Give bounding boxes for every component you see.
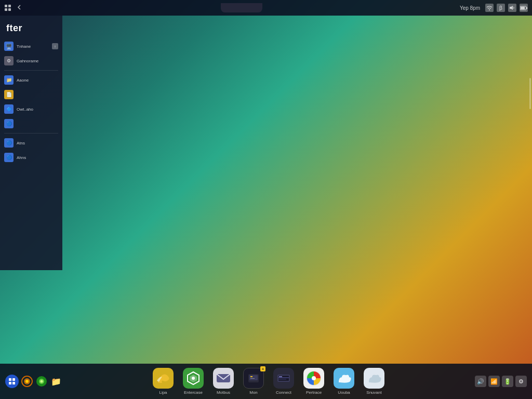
menu-separator-2 [4,133,58,134]
menu-item-3-icon: 📁 [4,75,14,85]
svg-point-4 [489,9,490,10]
svg-rect-2 [5,8,7,11]
dock: 📁 Lipa Entercase Motbus + [0,364,532,399]
svg-rect-11 [9,382,11,384]
taskbar-files-icon[interactable]: 📁 [50,375,62,388]
side-scrollbar-hint [529,78,531,109]
svg-rect-12 [12,382,15,384]
menu-item-1-icon: 🖥️ [4,42,14,51]
svg-rect-0 [5,5,7,7]
menu-item-8[interactable]: 🔵 Ahns [0,150,62,165]
svg-point-15 [25,380,29,383]
apps-icon[interactable] [4,4,12,12]
time-label: Yep 8pm [460,5,480,11]
dock-app-uouba[interactable]: Uouba [334,368,354,395]
menu-item-7[interactable]: 🔵 Atns [0,136,62,150]
desktop[interactable] [0,16,532,379]
dock-system-tray: 🔊 📶 🔋 ⚙ [471,376,527,387]
top-bar: Yep 8pm β [0,0,532,16]
menu-item-5-icon: 🔷 [4,104,14,114]
svg-rect-10 [12,378,15,381]
menu-item-5[interactable]: 🔷 Owt..aho [0,102,62,116]
menu-separator-1 [4,70,58,71]
dock-app-uouba-label: Uouba [338,390,350,395]
menu-item-5-label: Owt..aho [17,107,33,112]
dock-app-uouba-icon [334,368,354,389]
menu-item-6[interactable]: 🔵 [0,116,62,131]
dock-app-snuvant-label: Snuvant [366,390,381,395]
svg-rect-9 [9,378,11,381]
tray-icon-4[interactable]: ⚙ [515,376,527,387]
dock-apps: Lipa Entercase Motbus + Mon Conn [66,368,471,395]
start-menu: fter 🖥️ Tnhane ↑ ⚙ Gahnorame 📁 Aaone 📄 🔷… [0,16,62,270]
top-notch [221,3,262,12]
menu-item-2[interactable]: ⚙ Gahnorame [0,54,62,68]
tray-icon-2[interactable]: 📶 [488,376,500,387]
dock-app-mon-label: Mon [249,390,258,395]
menu-item-3[interactable]: 📁 Aaone [0,73,62,87]
menu-item-2-icon: ⚙ [4,56,14,65]
svg-rect-7 [526,7,527,9]
menu-item-8-label: Ahns [17,155,26,160]
dock-app-connect[interactable]: Connect [273,368,294,395]
dock-app-entercase[interactable]: Entercase [183,368,204,395]
top-bar-left [4,4,24,12]
svg-rect-8 [521,7,525,9]
dock-app-mon-icon: + [243,368,264,389]
svg-rect-29 [279,376,282,377]
start-menu-title: fter [0,20,62,39]
dock-app-snuvant[interactable]: Snuvant [364,368,384,395]
dock-app-motbus-label: Motbus [217,390,230,395]
svg-marker-5 [510,6,513,10]
svg-point-31 [312,376,316,380]
menu-item-1-badge: ↑ [52,43,58,49]
battery-icon[interactable] [520,4,528,12]
dock-app-lipa-label: Lipa [159,390,167,395]
svg-point-18 [41,380,43,383]
dock-app-lipa-icon [153,368,174,389]
menu-item-4[interactable]: 📄 [0,87,62,102]
menu-item-8-icon: 🔵 [4,153,14,162]
start-button[interactable] [5,375,19,388]
dock-app-entercase-label: Entercase [184,390,203,395]
dock-app-motbus[interactable]: Motbus [213,368,234,395]
dock-left-icons: 📁 [5,375,66,388]
taskbar-browser-icon[interactable] [21,375,33,388]
menu-item-1[interactable]: 🖥️ Tnhane ↑ [0,39,62,54]
bluetooth-icon[interactable]: β [497,4,505,12]
svg-point-19 [192,377,195,380]
dock-app-pertrace-icon [303,368,324,389]
svg-rect-23 [250,376,252,377]
dock-app-motbus-icon [213,368,234,389]
dock-app-snuvant-icon [364,368,384,389]
wifi-icon[interactable] [485,4,494,12]
dock-app-lipa[interactable]: Lipa [153,368,174,395]
dock-app-entercase-icon [183,368,204,389]
svg-rect-24 [250,378,255,379]
menu-item-4-icon: 📄 [4,90,14,99]
menu-item-2-label: Gahnorame [17,59,38,63]
dock-app-mon[interactable]: + Mon [243,368,264,395]
menu-item-7-label: Atns [17,141,25,145]
menu-item-6-icon: 🔵 [4,119,14,128]
dock-app-connect-label: Connect [276,390,291,395]
top-bar-right: Yep 8pm β [460,4,528,12]
dock-app-pertrace[interactable]: Pertrace [303,368,324,395]
svg-rect-3 [8,8,11,11]
back-icon[interactable] [16,4,24,12]
top-bar-center [221,3,262,12]
dock-app-pertrace-label: Pertrace [306,390,322,395]
svg-rect-22 [249,375,258,380]
menu-item-7-icon: 🔵 [4,138,14,148]
tray-icon-3[interactable]: 🔋 [502,376,513,387]
menu-item-3-label: Aaone [17,78,29,83]
tray-icon-1[interactable]: 🔊 [475,376,486,387]
svg-rect-1 [8,5,11,7]
dock-app-connect-icon [273,368,294,389]
menu-item-1-label: Tnhane [17,44,31,49]
volume-icon[interactable] [508,4,516,12]
taskbar-chrome-icon[interactable] [35,375,48,388]
